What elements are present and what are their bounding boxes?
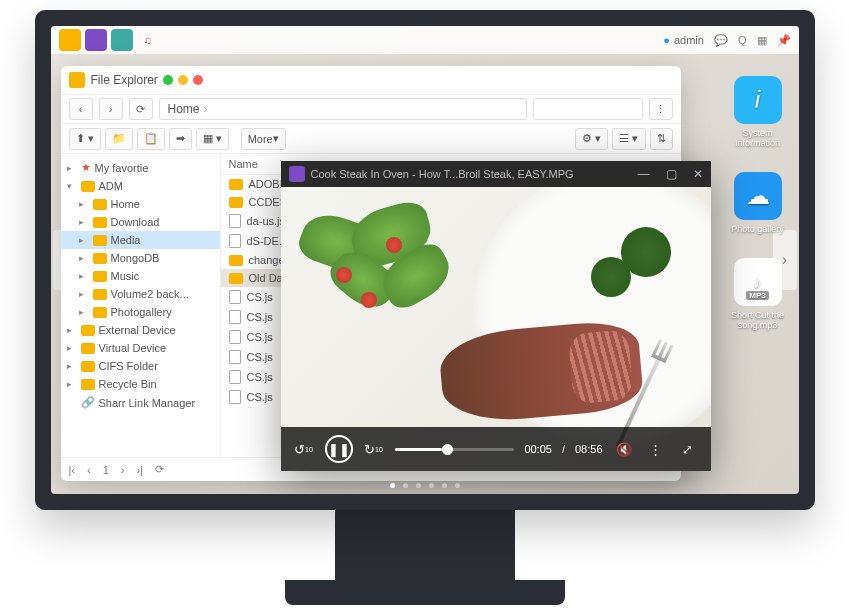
rewind-button[interactable]: ↺10	[293, 438, 315, 460]
move-button[interactable]: ➡	[169, 128, 192, 150]
settings-button[interactable]: ⚙ ▾	[575, 128, 608, 150]
sidebar-item[interactable]: 🔗Sharr Link Manager	[61, 393, 220, 412]
back-button[interactable]: ‹	[69, 98, 93, 120]
page-dot[interactable]	[455, 483, 460, 488]
username-label: admin	[674, 34, 704, 46]
sidebar-item[interactable]: ▸Recycle Bin	[61, 375, 220, 393]
video-titlebar[interactable]: Cook Steak In Oven - How T...Broil Steak…	[281, 161, 711, 187]
sidebar-item[interactable]: ▾ADM	[61, 177, 220, 195]
desktop-icons-area: i System Information ☁ Photo gallery ♪ M…	[731, 76, 785, 330]
mp3-file-icon: ♪ MP3	[734, 258, 782, 306]
progress-bar[interactable]	[395, 448, 515, 451]
new-folder-button[interactable]: 📁	[105, 128, 133, 150]
window-minimize-button[interactable]	[163, 75, 173, 85]
prev-page-button[interactable]: ‹	[87, 464, 91, 476]
close-button[interactable]: ✕	[693, 167, 703, 181]
current-time: 00:05	[524, 443, 552, 455]
toolbar: ⬆ ▾ 📁 📋 ➡ ▦ ▾ More ▾ ⚙ ▾ ☰ ▾ ⇅	[61, 124, 681, 154]
desktop-page-dots	[390, 483, 460, 488]
sidebar-item[interactable]: ▸★My favortie	[61, 158, 220, 177]
taskbar-app-video-icon[interactable]	[85, 29, 107, 51]
desktop-icon-label: System Information	[731, 128, 785, 148]
monitor-frame: ♫ ● admin 💬 Q ▦ 📌 ‹ › i System Informati…	[35, 10, 815, 510]
monitor-base	[285, 580, 565, 605]
more-button[interactable]: More ▾	[241, 128, 286, 150]
video-food-salad	[291, 197, 471, 347]
grid-icon[interactable]: ▦	[757, 34, 767, 47]
video-viewport[interactable]: ↺10 ❚❚ ↻10 00:05 / 08:56 🔇 ⋮ ⤢	[281, 187, 711, 471]
progress-knob[interactable]	[442, 444, 453, 455]
page-dot[interactable]	[390, 483, 395, 488]
page-dot[interactable]	[442, 483, 447, 488]
sidebar-item[interactable]: ▸CIFS Folder	[61, 357, 220, 375]
sidebar-item[interactable]: ▸Media	[61, 231, 220, 249]
breadcrumb[interactable]: Home ›	[159, 98, 527, 120]
minimize-button[interactable]: —	[638, 167, 650, 181]
forward-button[interactable]: ›	[99, 98, 123, 120]
sidebar-item[interactable]: ▸Download	[61, 213, 220, 231]
search-input[interactable]	[533, 98, 643, 120]
copy-button[interactable]: 📋	[137, 128, 165, 150]
sidebar-item[interactable]: ▸MongoDB	[61, 249, 220, 267]
more-options-button[interactable]: ⋮	[645, 438, 667, 460]
refresh-button[interactable]: ⟳	[129, 98, 153, 120]
desktop-icon-system-info[interactable]: i System Information	[731, 76, 785, 148]
user-menu[interactable]: ● admin	[663, 34, 704, 46]
next-page-button[interactable]: ›	[121, 464, 125, 476]
window-maximize-button[interactable]	[178, 75, 188, 85]
sidebar-item[interactable]: ▸Virtual Device	[61, 339, 220, 357]
window-title: File Explorer	[91, 73, 158, 87]
page-dot[interactable]	[403, 483, 408, 488]
last-page-button[interactable]: ›|	[137, 464, 144, 476]
desktop-icon-mp3[interactable]: ♪ MP3 Short Cut the song.mp3	[731, 258, 785, 330]
list-view-button[interactable]: ☰ ▾	[612, 128, 645, 150]
sidebar-item[interactable]: ▸Home	[61, 195, 220, 213]
column-header-name[interactable]: Name	[229, 158, 258, 170]
page-dot[interactable]	[416, 483, 421, 488]
fullscreen-button[interactable]: ⤢	[677, 438, 699, 460]
volume-button[interactable]: 🔇	[613, 438, 635, 460]
taskbar-app-music-icon[interactable]: ♫	[137, 29, 159, 51]
taskbar-app-photos-icon[interactable]	[111, 29, 133, 51]
page-number: 1	[103, 464, 109, 476]
search-icon[interactable]: Q	[738, 34, 747, 46]
duration: 08:56	[575, 443, 603, 455]
sort-button[interactable]: ⇅	[650, 128, 673, 150]
video-player-window: Cook Steak In Oven - How T...Broil Steak…	[281, 161, 711, 471]
monitor-stand	[335, 510, 515, 580]
sidebar-item[interactable]: ▸External Device	[61, 321, 220, 339]
maximize-button[interactable]: ▢	[666, 167, 677, 181]
page-dot[interactable]	[429, 483, 434, 488]
properties-button[interactable]: ▦ ▾	[196, 128, 229, 150]
info-icon: i	[734, 76, 782, 124]
pause-button[interactable]: ❚❚	[325, 435, 353, 463]
system-menubar: ♫ ● admin 💬 Q ▦ 📌	[51, 26, 799, 54]
window-close-button[interactable]	[193, 75, 203, 85]
desktop-icon-label: Photo gallery	[731, 224, 785, 234]
video-title: Cook Steak In Oven - How T...Broil Steak…	[311, 168, 574, 180]
video-food-broccoli	[591, 257, 631, 297]
cloud-icon: ☁	[734, 172, 782, 220]
view-options-button[interactable]: ⋮	[649, 98, 673, 120]
refresh-status-button[interactable]: ⟳	[155, 463, 164, 476]
sidebar-item[interactable]: ▸Music	[61, 267, 220, 285]
desktop-icon-label: Short Cut the song.mp3	[731, 310, 785, 330]
sidebar-item[interactable]: ▸Photogallery	[61, 303, 220, 321]
navigation-bar: ‹ › ⟳ Home › ⋮	[61, 94, 681, 124]
desktop-screen: ♫ ● admin 💬 Q ▦ 📌 ‹ › i System Informati…	[51, 26, 799, 494]
settings-pin-icon[interactable]: 📌	[777, 34, 791, 47]
folder-tree-sidebar: ▸★My favortie▾ADM▸Home▸Download▸Media▸Mo…	[61, 154, 221, 457]
first-page-button[interactable]: |‹	[69, 464, 76, 476]
chat-icon[interactable]: 💬	[714, 34, 728, 47]
taskbar-app-files-icon[interactable]	[59, 29, 81, 51]
video-controls: ↺10 ❚❚ ↻10 00:05 / 08:56 🔇 ⋮ ⤢	[281, 427, 711, 471]
app-icon	[69, 72, 85, 88]
window-titlebar[interactable]: File Explorer	[61, 66, 681, 94]
video-app-icon	[289, 166, 305, 182]
upload-button[interactable]: ⬆ ▾	[69, 128, 101, 150]
forward-button[interactable]: ↻10	[363, 438, 385, 460]
desktop-icon-photo-gallery[interactable]: ☁ Photo gallery	[731, 172, 785, 234]
sidebar-item[interactable]: ▸Volume2 back...	[61, 285, 220, 303]
